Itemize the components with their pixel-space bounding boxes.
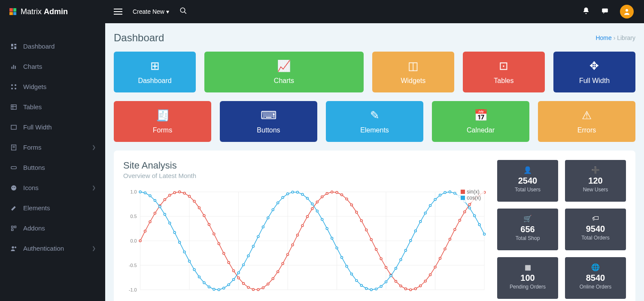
stat-number: 120 (568, 176, 623, 186)
tile-icon: 📅 (436, 109, 525, 122)
tile-elements[interactable]: ✎Elements (326, 101, 423, 142)
tile-label: Dashboard (138, 77, 171, 84)
svg-point-69 (237, 277, 240, 279)
sidebar-item-label: Dashboard (23, 43, 55, 50)
svg-point-160 (336, 247, 338, 249)
tile-widgets[interactable]: ◫Widgets (372, 52, 454, 92)
tile-label: Widgets (401, 77, 425, 84)
sidebar-item-label: Widgets (23, 83, 46, 90)
sidebar-item-addons[interactable]: Addons (0, 218, 105, 238)
svg-text:-1.0: -1.0 (129, 287, 137, 292)
svg-point-122 (149, 195, 151, 197)
sidebar-item-charts[interactable]: Charts (0, 56, 105, 77)
svg-point-62 (203, 215, 205, 217)
svg-rect-22 (11, 166, 16, 169)
svg-point-154 (306, 197, 308, 200)
tile-icon: ⊡ (467, 59, 541, 73)
svg-point-128 (179, 241, 181, 243)
sidebar-item-forms[interactable]: Forms❯ (0, 137, 105, 157)
svg-point-81 (297, 234, 299, 236)
svg-point-162 (346, 265, 348, 267)
svg-point-108 (429, 273, 431, 276)
sidebar-item-dashboard[interactable]: Dashboard (0, 36, 105, 56)
tile-calnedar[interactable]: 📅Calnedar (432, 101, 529, 142)
svg-point-107 (424, 280, 426, 282)
brand-logo[interactable]: Matrix Admin (0, 0, 105, 23)
chart-icon (9, 63, 18, 70)
tile-tables[interactable]: ⊡Tables (463, 52, 545, 92)
svg-point-121 (144, 192, 146, 194)
svg-point-129 (183, 251, 185, 253)
messages-icon[interactable] (601, 7, 609, 16)
fullwidth-icon (9, 124, 18, 131)
svg-point-91 (346, 198, 348, 200)
sidebar-item-elements[interactable]: Elements (0, 198, 105, 218)
svg-point-132 (198, 276, 200, 278)
svg-point-11 (11, 84, 13, 86)
topbar-left: Create New▾ (105, 7, 187, 17)
sidebar-item-label: Elements (23, 204, 50, 212)
sidebar-item-authentication[interactable]: Authentication❯ (0, 238, 105, 258)
chart-legend: sin(x)cos(x) (457, 187, 484, 203)
widgets-icon (9, 83, 18, 90)
tile-icon: ✥ (558, 59, 631, 73)
page-title: Dashboard (114, 32, 164, 44)
stat-icon: 🌐 (568, 263, 623, 271)
svg-point-115 (464, 211, 466, 213)
svg-point-166 (365, 288, 368, 290)
stat-total-shop: 🛒656Total Shop (497, 209, 558, 250)
tile-dashboard[interactable]: ⊞Dashboard (114, 52, 196, 92)
svg-point-181 (439, 194, 441, 196)
user-avatar[interactable] (620, 5, 634, 18)
svg-point-163 (350, 273, 352, 275)
svg-point-152 (297, 191, 299, 194)
svg-point-177 (419, 221, 422, 223)
svg-point-90 (341, 194, 343, 196)
svg-point-83 (306, 215, 308, 218)
auth-icon (9, 245, 18, 252)
create-new-dropdown[interactable]: Create New▾ (133, 8, 169, 15)
stat-number: 8540 (568, 273, 623, 283)
sidebar-item-widgets[interactable]: Widgets (0, 77, 105, 97)
notifications-icon[interactable] (582, 7, 590, 16)
breadcrumb-current: Library (617, 34, 635, 41)
svg-point-54 (164, 199, 166, 201)
svg-point-98 (380, 258, 382, 260)
sidebar-item-full-width[interactable]: Full Width (0, 117, 105, 137)
tile-icon: ⊞ (118, 59, 191, 73)
svg-point-51 (149, 221, 151, 223)
tile-label: Full Width (579, 77, 610, 84)
svg-point-12 (15, 84, 16, 86)
svg-point-169 (380, 285, 382, 287)
menu-toggle-icon[interactable] (114, 9, 122, 15)
search-icon[interactable] (179, 7, 187, 17)
svg-point-30 (15, 246, 16, 248)
svg-rect-8 (12, 67, 12, 69)
sidebar-item-buttons[interactable]: Buttons (0, 157, 105, 178)
sidebar-item-label: Icons (23, 184, 39, 191)
svg-point-95 (365, 229, 368, 231)
tile-label: Tables (494, 77, 513, 84)
tile-icon: ◫ (377, 59, 450, 73)
svg-point-184 (454, 192, 456, 194)
tile-forms[interactable]: 🧾Forms (114, 101, 211, 142)
breadcrumb-home[interactable]: Home (595, 34, 611, 41)
svg-point-145 (262, 226, 264, 228)
sidebar-item-icons[interactable]: Icons❯ (0, 178, 105, 198)
tile-full-width[interactable]: ✥Full Width (553, 52, 635, 92)
tile-charts[interactable]: 📈Charts (204, 52, 364, 92)
svg-point-75 (267, 283, 269, 285)
svg-point-79 (287, 253, 289, 255)
tile-buttons[interactable]: ⌨Buttons (220, 101, 317, 142)
stats-grid: 👤2540Total Users➕120New Users🛒656Total S… (497, 160, 626, 299)
line-chart: -1.0-0.50.00.51.0 sin(x)cos(x) (123, 187, 489, 299)
sidebar-item-label: Full Width (23, 123, 52, 131)
svg-rect-4 (11, 44, 13, 46)
svg-point-3 (626, 9, 628, 12)
svg-point-93 (355, 211, 358, 213)
sidebar-item-tables[interactable]: Tables (0, 97, 105, 117)
svg-point-57 (179, 191, 181, 193)
tile-errors[interactable]: ⚠Errors (538, 101, 635, 142)
svg-point-77 (277, 270, 279, 273)
svg-point-72 (252, 289, 254, 291)
